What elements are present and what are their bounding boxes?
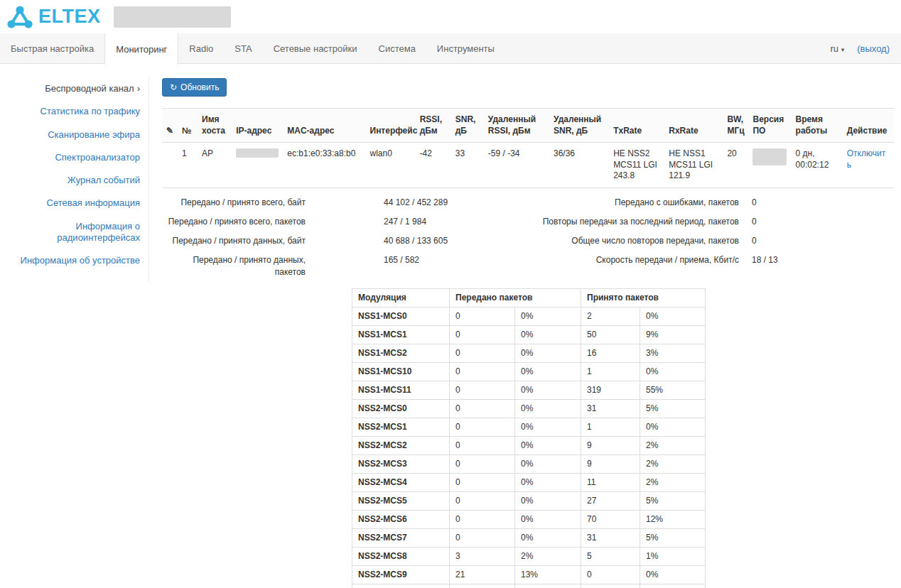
logout-link[interactable]: (выход) [857, 43, 890, 54]
mcs-value-cell: 12% [640, 510, 706, 528]
mcs-value-cell: 0 [581, 565, 640, 584]
device-model-redacted [114, 6, 231, 28]
mcs-value-cell: 1 [581, 418, 640, 436]
mcs-value-cell: 0 [450, 344, 515, 362]
mcs-value-cell: 0 [450, 325, 515, 344]
sidebar: Беспроводной канал›Статистика по трафику… [0, 64, 149, 588]
language-selector[interactable]: ru ▾ [830, 43, 844, 54]
clients-col-snr: SNR, дБ [451, 109, 484, 143]
stat-row: Передано с ошибками, пакетов0 [505, 197, 894, 209]
stat-value: 247 / 1 984 [384, 216, 426, 228]
stat-label: Передано / принято данных, пакетов [162, 254, 306, 278]
mcs-row: NSS1-MCS100%509% [352, 325, 706, 344]
mcs-value-cell: 0 [450, 436, 515, 454]
sidebar-item-air-scan[interactable]: Сканирование эфира [17, 124, 140, 146]
client-cell-snr: 33 [451, 143, 484, 188]
nav-tab-network-settings[interactable]: Сетевые настройки [263, 33, 368, 64]
stat-row: Передано / принято всего, байт44 102 / 4… [162, 197, 505, 209]
mcs-value-cell: 9 [581, 454, 640, 473]
clients-col-action: Действие [843, 109, 894, 143]
clients-col-hostname: Имя хоста [198, 109, 232, 143]
mcs-row: NSS2-MCS101912%00% [352, 584, 706, 588]
sidebar-item-label: Беспроводной канал [45, 83, 134, 94]
edit-pencil-icon: ✎ [166, 126, 173, 136]
mcs-value-cell: 319 [581, 381, 640, 399]
mcs-value-cell: 0% [640, 565, 706, 584]
mcs-modulation-cell: NSS1-MCS0 [352, 307, 450, 325]
mcs-value-cell: 0 [450, 362, 515, 381]
content: Беспроводной канал›Статистика по трафику… [0, 64, 901, 588]
mcs-col-rx-packets: Принято пакетов [581, 288, 706, 307]
app-header: ELTEX [0, 0, 901, 33]
sidebar-item-network-info[interactable]: Сетевая информация [17, 192, 140, 214]
mcs-value-cell: 0% [515, 454, 581, 473]
mcs-value-cell: 0 [450, 418, 515, 436]
sidebar-item-device-info[interactable]: Информация об устройстве [17, 249, 140, 272]
sidebar-item-spectrum-analyzer[interactable]: Спектроанализатор [17, 146, 140, 169]
sidebar-item-radio-interfaces-info[interactable]: Информация о радиоинтерфейсах [17, 215, 140, 250]
mcs-row: NSS2-MCS500%275% [352, 491, 706, 510]
disconnect-link[interactable]: Отключить [847, 148, 885, 170]
mcs-value-cell: 5% [640, 491, 706, 510]
stat-label: Повторы передачи за последний период, па… [505, 216, 739, 228]
mcs-modulation-cell: NSS2-MCS9 [352, 565, 450, 584]
clients-col-mac: MAC-адрес [283, 109, 365, 143]
mcs-value-cell: 0 [450, 454, 515, 473]
mcs-value-cell: 3 [450, 547, 515, 565]
mcs-modulation-cell: NSS2-MCS3 [352, 454, 450, 473]
refresh-button[interactable]: ↻ Обновить [162, 78, 227, 97]
mcs-row: NSS2-MCS300%92% [352, 454, 706, 473]
mcs-value-cell: 11 [581, 473, 640, 491]
nav-tab-radio[interactable]: Radio [178, 33, 224, 64]
mcs-modulation-cell: NSS2-MCS7 [352, 528, 450, 547]
mcs-value-cell: 0% [515, 510, 581, 528]
mcs-value-cell: 0 [450, 510, 515, 528]
mcs-modulation-cell: NSS2-MCS8 [352, 547, 450, 565]
client-cell-num: 1 [178, 143, 198, 188]
sidebar-item-event-log[interactable]: Журнал событий [17, 169, 140, 192]
clients-col-rssi: RSSI, дБм [416, 109, 451, 143]
mcs-modulation-cell: NSS2-MCS5 [352, 491, 450, 510]
nav-tab-monitoring[interactable]: Мониторинг [104, 33, 178, 65]
stats-section: Передано / принято всего, байт44 102 / 4… [162, 197, 894, 285]
mcs-value-cell: 0 [450, 528, 515, 547]
clients-col-num: № [178, 109, 198, 143]
stat-row: Передано / принято всего, пакетов247 / 1… [162, 216, 505, 228]
mcs-modulation-cell: NSS2-MCS4 [352, 473, 450, 491]
mcs-modulation-cell: NSS2-MCS1 [352, 418, 450, 436]
clients-col-interface: Интерфейс [366, 109, 416, 143]
mcs-value-cell: 0% [515, 418, 581, 436]
stat-value: 44 102 / 452 289 [384, 197, 448, 209]
mcs-row: NSS2-MCS000%315% [352, 399, 706, 418]
language-label: ru [830, 43, 838, 54]
mcs-value-cell: 13% [515, 565, 581, 584]
mcs-value-cell: 0 [450, 381, 515, 399]
mcs-row: NSS2-MCS700%315% [352, 528, 706, 547]
stat-label: Передано / принято данных, байт [162, 235, 306, 247]
nav-tab-tools[interactable]: Инструменты [426, 33, 505, 64]
sidebar-item-traffic-statistics[interactable]: Статистика по трафику [17, 100, 140, 123]
mcs-value-cell: 0% [515, 307, 581, 325]
stat-row: Повторы передачи за последний период, па… [505, 216, 894, 228]
mcs-table-body: NSS1-MCS000%20%NSS1-MCS100%509%NSS1-MCS2… [352, 307, 706, 588]
mcs-value-cell: 0 [450, 307, 515, 325]
client-cell-uptime: 0 дн, 00:02:12 [792, 143, 843, 188]
mcs-value-cell: 5% [640, 399, 706, 418]
eltex-logo: ELTEX [6, 4, 101, 31]
clients-table-body: 1APec:b1:e0:33:a8:b0wlan0-4233-59 / -343… [162, 143, 894, 188]
mcs-modulation-cell: NSS2-MCS10 [352, 584, 450, 588]
nav-tab-quick-setup[interactable]: Быстрая настройка [0, 33, 104, 64]
sidebar-item-wireless-channel[interactable]: Беспроводной канал› [17, 77, 140, 100]
mcs-value-cell: 0% [640, 307, 706, 325]
stat-label: Передано / принято всего, байт [162, 197, 306, 209]
clients-col-remote-rssi: Удаленный RSSI, дБм [484, 109, 549, 143]
stat-label: Общее число повторов передачи, пакетов [505, 235, 739, 247]
sidebar-item-label: Сканирование эфира [48, 129, 140, 140]
main-nav: Быстрая настройкаМониторингRadioSTAСетев… [0, 33, 901, 64]
stat-value: 0 [739, 197, 894, 209]
nav-tab-system[interactable]: Система [368, 33, 426, 64]
main-content: ↻ Обновить ✎№Имя хостаIP-адресMAC-адресИ… [149, 64, 901, 588]
mcs-col-tx-packets: Передано пакетов [450, 288, 581, 307]
nav-tab-sta[interactable]: STA [224, 33, 262, 64]
stat-label: Скорость передачи / приема, Кбит/с [505, 254, 739, 266]
